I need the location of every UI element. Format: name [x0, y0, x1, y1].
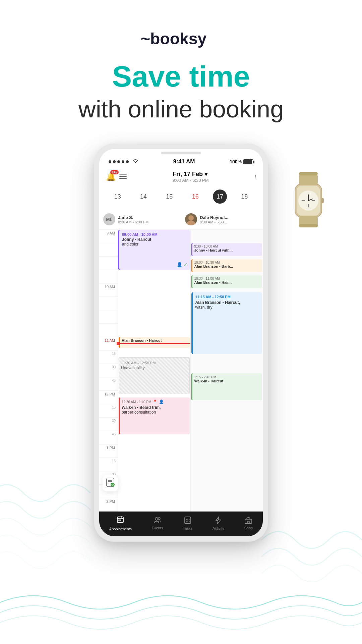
- time-slot-945: [99, 270, 118, 283]
- nav-shop-label: Shop: [244, 526, 253, 530]
- staff-avatar-ml: ML: [103, 213, 115, 225]
- svg-rect-29: [118, 520, 120, 521]
- svg-rect-17: [119, 178, 127, 179]
- time-slot-1245: 45: [99, 431, 118, 444]
- svg-rect-15: [119, 174, 127, 175]
- appt-johny-haircut-col1[interactable]: 09:00 AM - 10:00 AM Johny - Haircut and …: [118, 230, 190, 270]
- nav-tasks[interactable]: Tasks: [183, 516, 192, 530]
- status-time: 9:41 AM: [173, 158, 195, 165]
- staff-hours-1: 8:30 AM - 6:30 PM: [118, 220, 177, 224]
- calendar-body: 9 AM 10 AM 11 AM 15 30 45 12 PM 15 30 45: [99, 230, 263, 512]
- notification-count: 142: [110, 170, 119, 174]
- svg-rect-4: [299, 172, 318, 175]
- appt-alan-barb-col2[interactable]: 10:00 - 10:30 AM Alan Branson • Barb...: [191, 259, 262, 272]
- menu-icon[interactable]: [119, 172, 127, 181]
- current-date: Fri, 17 Feb: [173, 171, 203, 178]
- time-slot-1145: 45: [99, 377, 118, 391]
- svg-rect-16: [119, 176, 127, 177]
- time-slot-1115: 15: [99, 351, 118, 364]
- svg-rect-33: [185, 517, 191, 524]
- staff-hours-2: 8:30 AM - 6:30...: [200, 220, 259, 224]
- time-slot-915: [99, 243, 118, 257]
- staff-name-1: Jane S.: [118, 215, 177, 220]
- status-bar: 9:41 AM 100%: [99, 154, 263, 168]
- nav-appointments[interactable]: Appointments: [109, 516, 132, 531]
- nav-activity-label: Activity: [213, 526, 224, 530]
- time-slot-11am: 11 AM: [99, 337, 118, 351]
- battery-icon: [243, 159, 253, 164]
- date-strip: 13 14 15 16 17 18: [99, 187, 263, 209]
- date-18[interactable]: 18: [236, 191, 253, 202]
- time-slot-1215: 15: [99, 404, 118, 418]
- schedule-col-1: 09:00 AM - 10:00 AM Johny - Haircut and …: [118, 230, 191, 512]
- battery-label: 100%: [230, 159, 242, 164]
- svg-point-32: [158, 518, 160, 520]
- time-slot-1130: 30: [99, 364, 118, 377]
- appointments-icon: [116, 516, 124, 526]
- nav-clients-label: Clients: [152, 526, 163, 530]
- date-16[interactable]: 16: [187, 191, 204, 202]
- floating-task-widget[interactable]: [103, 475, 118, 491]
- signal-dots: [109, 160, 129, 163]
- appt-unavailability[interactable]: 11:30 AM - 12:50 PM Unavailability: [119, 357, 190, 394]
- notification-bell[interactable]: 🔔 142: [106, 172, 116, 181]
- time-column: 9 AM 10 AM 11 AM 15 30 45 12 PM 15 30 45: [99, 230, 118, 512]
- appt-alan-hair-col2[interactable]: 10:30 - 11:00 AM Alan Branson • Hair...: [191, 275, 262, 288]
- svg-point-18: [188, 215, 194, 221]
- time-slot-10am: 10 AM: [99, 283, 118, 297]
- time-slot-1pm: 1 PM: [99, 444, 118, 458]
- headline-save: Save time: [0, 62, 362, 91]
- svg-point-31: [155, 518, 158, 520]
- info-icon[interactable]: i: [255, 173, 256, 180]
- phone-mockup: 9:41 AM 100% 🔔 142: [94, 144, 268, 542]
- time-slot-1030: [99, 310, 118, 324]
- staff-name-2: Dale Reynol...: [200, 215, 259, 220]
- headline-sub: with online booking: [0, 95, 362, 123]
- time-slot-930: [99, 257, 118, 270]
- time-slot-9am: 9 AM: [99, 230, 118, 243]
- svg-rect-14: [321, 198, 324, 203]
- svg-point-19: [187, 221, 195, 225]
- appt-alan-haircut-col1[interactable]: Alan Branson • Haircut: [119, 337, 190, 348]
- svg-rect-27: [119, 516, 119, 518]
- business-hours: 9:00 AM - 6:30 PM: [173, 178, 209, 183]
- time-slot-1045: [99, 324, 118, 337]
- app-header: ~booksy Save time with online booking: [0, 0, 362, 123]
- date-15[interactable]: 15: [161, 191, 178, 202]
- appt-alan-haircut-wash[interactable]: 11:15 AM - 12:50 PM Alan Branson - Hairc…: [191, 292, 262, 354]
- schedule-columns: 09:00 AM - 10:00 AM Johny - Haircut and …: [118, 230, 263, 512]
- nav-tasks-label: Tasks: [183, 526, 192, 530]
- nav-shop[interactable]: Shop: [244, 517, 253, 530]
- date-display[interactable]: Fri, 17 Feb ▾ 9:00 AM - 6:30 PM: [173, 170, 209, 183]
- nav-activity[interactable]: Activity: [213, 516, 224, 530]
- date-13[interactable]: 13: [109, 191, 126, 202]
- current-time-line: [118, 343, 190, 344]
- date-17-today[interactable]: 17: [213, 190, 227, 204]
- date-chevron: ▾: [204, 170, 207, 178]
- time-slot-1230: 30: [99, 418, 118, 431]
- calendar-header: 🔔 142 Fri, 17 Feb ▾: [99, 168, 263, 187]
- appt-johny-col2[interactable]: 9:30 - 10:00 AM Johny • Haircut with...: [191, 243, 262, 256]
- tasks-icon: [184, 516, 191, 525]
- staff-col-1[interactable]: ML Jane S. 8:30 AM - 6:30 PM: [99, 212, 181, 227]
- staff-col-2[interactable]: Dale Reynol... 8:30 AM - 6:30...: [181, 212, 263, 227]
- phone-section: 9:41 AM 100% 🔔 142: [0, 144, 362, 542]
- svg-rect-6: [299, 224, 318, 227]
- nav-appointments-label: Appointments: [109, 527, 132, 531]
- time-slot-115: 15: [99, 458, 118, 471]
- nav-clients[interactable]: Clients: [152, 517, 163, 530]
- bottom-navigation: Appointments Clients: [99, 512, 263, 536]
- activity-icon: [215, 516, 222, 525]
- svg-rect-3: [299, 174, 318, 185]
- appt-walkin-beard[interactable]: 12:30 AM - 1:40 PM 📍 👤 Walk-in • Beard t…: [119, 397, 190, 434]
- wifi-icon: [132, 159, 138, 165]
- date-14[interactable]: 14: [135, 191, 152, 202]
- svg-rect-37: [247, 521, 249, 524]
- time-slot-2pm: 2 PM: [99, 498, 118, 512]
- staff-row: ML Jane S. 8:30 AM - 6:30 PM: [99, 209, 263, 230]
- time-slot-12pm: 12 PM: [99, 391, 118, 404]
- time-slot-1015: [99, 297, 118, 310]
- svg-text:~booksy: ~booksy: [141, 30, 206, 48]
- staff-avatar-dale: [185, 213, 197, 225]
- appt-walkin-haircut-col2[interactable]: 1:15 - 2:45 PM Walk-in • Haircut: [191, 373, 262, 400]
